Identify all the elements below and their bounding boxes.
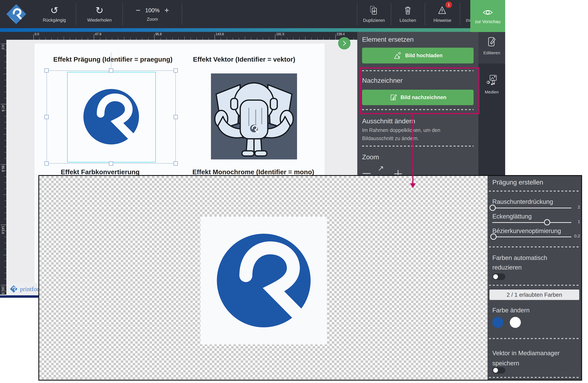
annotation-arrow-head: [410, 183, 416, 188]
media-icon: [486, 75, 497, 86]
slider-value: 1: [572, 219, 580, 224]
crop-hint-line2: Bildausschnitt zu ändern.: [362, 135, 419, 141]
selection-handle[interactable]: [44, 68, 49, 73]
tab-editieren-label: Editieren: [478, 50, 505, 55]
separator: [362, 146, 474, 147]
reduce-colors-label-line2: reduzieren: [492, 264, 522, 271]
trash-icon: [403, 5, 413, 15]
slider-rauschunterdrueckung[interactable]: [492, 208, 571, 208]
toolbar: ↺ Rückgängig ↻ Wiederholen − 100% + Zoom: [0, 0, 505, 28]
zoom-section-title: Zoom: [362, 153, 379, 161]
redo-icon: ↻: [96, 5, 104, 15]
separator: [489, 246, 580, 247]
tracer-highlight-box: [360, 67, 480, 114]
warning-icon: 1: [437, 5, 448, 15]
zoom-in-button[interactable]: +: [164, 6, 169, 14]
collapse-panel-button[interactable]: [338, 37, 351, 49]
panel-title: Prägung erstellen: [492, 178, 543, 186]
selection-handle[interactable]: [109, 161, 113, 166]
rotation-handle-line[interactable]: [111, 52, 111, 71]
edit-icon: [486, 36, 497, 47]
undo-icon: ↺: [50, 5, 58, 15]
color-swatch-white[interactable]: [510, 317, 521, 328]
hints-badge: 1: [445, 1, 452, 8]
zoom-fit-icon[interactable]: ↗: [378, 164, 384, 173]
separator: [489, 338, 580, 339]
tracer-result-overlay: Prägung erstellen Rauschunterdrückung 2 …: [38, 175, 582, 381]
heading-effekt-praegung: Effekt Prägung (Identifier = praegung): [47, 55, 179, 63]
toggle-knob: [493, 368, 498, 373]
upload-image-button[interactable]: Bild hochladen: [362, 48, 474, 63]
selection-handle[interactable]: [174, 161, 178, 166]
undo-button[interactable]: ↺ Rückgängig: [32, 0, 76, 28]
praegung-settings-panel: Prägung erstellen Rauschunterdrückung 2 …: [487, 176, 581, 380]
praegung-logo-image[interactable]: [75, 80, 148, 153]
slider-label-eckenglaettung: Eckenglättung: [492, 213, 532, 220]
change-color-label: Farbe ändern: [492, 307, 530, 314]
ruler-corner: [0, 32, 6, 40]
slider-eckenglaettung[interactable]: [492, 222, 571, 223]
delete-button[interactable]: Löschen: [391, 0, 425, 28]
page-footer-stripe: [0, 295, 38, 298]
slider-value: 2: [572, 205, 580, 210]
save-vector-label-line2: speichern: [492, 360, 519, 367]
heading-effekt-farbkonvertierung: Effekt Farbkonvertierung: [48, 168, 152, 176]
reduce-colors-label-line1: Farben automatisch: [492, 254, 547, 261]
zoom-level: 100%: [145, 7, 160, 14]
image-upload-icon: [393, 51, 402, 60]
heading-effekt-vektor: Effekt Vektor (Identifier = vektor): [188, 55, 301, 63]
slider-thumb[interactable]: [490, 234, 497, 240]
zoom-out-icon[interactable]: [363, 173, 371, 174]
redo-button[interactable]: ↻ Wiederholen: [76, 0, 123, 28]
save-vector-label-line1: Vektor in Mediamanager: [492, 350, 560, 357]
slider-thumb[interactable]: [489, 205, 496, 211]
tab-medien-label: Medien: [478, 90, 505, 95]
crop-title: Ausschnitt ändern: [362, 117, 415, 125]
toolbar-spacer: [182, 0, 357, 28]
selection-handle[interactable]: [174, 115, 178, 119]
hints-button[interactable]: 1 Hinweise: [425, 0, 460, 28]
toggle-knob: [493, 274, 498, 279]
printformer-logo-icon: [0, 0, 32, 28]
separator: [489, 191, 580, 192]
separator: [489, 285, 580, 286]
duplicate-icon: [369, 5, 379, 15]
slider-thumb[interactable]: [544, 219, 550, 225]
traced-logo-image: [202, 219, 325, 342]
replace-element-title: Element ersetzen: [362, 36, 414, 43]
allowed-colors-badge: 2 / 1 erlaubten Farben: [489, 289, 579, 300]
zoom-controls: − 100% + Zoom: [123, 0, 182, 28]
annotation-arrow-line: [412, 114, 413, 184]
slider-bezierkurvenoptimierung[interactable]: [492, 237, 571, 237]
eye-icon: [482, 8, 493, 17]
reduce-colors-toggle[interactable]: [492, 273, 505, 280]
slider-value: 0.2: [572, 234, 580, 238]
zoom-out-button[interactable]: −: [136, 6, 140, 14]
brand-gradient-bar: [0, 28, 505, 32]
selection-handle[interactable]: [174, 68, 178, 73]
crop-hint-line1: Im Rahmen doppelklicken, um den: [362, 127, 440, 133]
selection-handle[interactable]: [44, 115, 49, 119]
separator: [489, 377, 580, 378]
horizontal-ruler: 0.047.995.8143.6191.5239.4: [6, 32, 357, 40]
printformer-logo-icon: [10, 285, 18, 293]
slider-label-rauschunterdrueckung: Rauschunterdrückung: [492, 198, 553, 205]
heading-effekt-monochrome: Effekt Monochrome (Identifier = mono): [182, 168, 325, 176]
color-swatch-blue[interactable]: [492, 317, 503, 328]
vector-astronaut-image[interactable]: [211, 73, 297, 160]
selection-handle[interactable]: [109, 68, 113, 73]
slider-label-bezierkurvenoptimierung: Bézierkurvenoptimierung: [492, 227, 561, 234]
save-vector-toggle[interactable]: [492, 367, 505, 374]
vertical-ruler: 0.047.995.8143.6191.5: [0, 40, 6, 295]
duplicate-button[interactable]: Duplizieren: [357, 0, 391, 28]
preview-button[interactable]: zur Vorschau: [470, 0, 505, 32]
selection-handle[interactable]: [44, 161, 49, 166]
composite-screenshot: ↺ Rückgängig ↻ Wiederholen − 100% + Zoom: [0, 0, 588, 383]
